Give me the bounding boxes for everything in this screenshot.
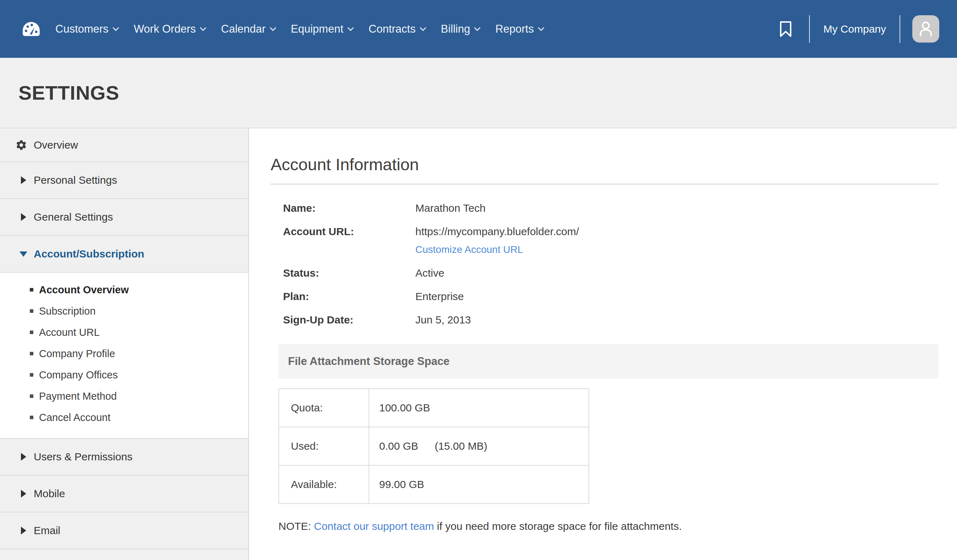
submenu-item-label: Cancel Account xyxy=(39,412,111,423)
storage-table: Quota: 100.00 GB Used: 0.00 GB (15.00 MB… xyxy=(278,388,589,504)
menu-label: Work Orders xyxy=(134,23,196,35)
submenu-item-label: Payment Method xyxy=(39,390,117,402)
menu-item-work-orders[interactable]: Work Orders xyxy=(134,23,205,35)
body-row: Overview Personal Settings General Setti… xyxy=(0,128,957,560)
support-team-link[interactable]: Contact our support team xyxy=(314,520,434,532)
menu-item-calendar[interactable]: Calendar xyxy=(221,23,275,35)
nav-right-group: My Company xyxy=(779,15,939,43)
menu-item-reports[interactable]: Reports xyxy=(495,23,543,35)
storage-section-title: File Attachment Storage Space xyxy=(288,355,449,368)
user-avatar-button[interactable] xyxy=(912,15,939,43)
submenu-item-subscription[interactable]: Subscription xyxy=(0,300,248,322)
field-row-plan: Plan: Enterprise xyxy=(283,290,938,303)
sidebar-item-personal-settings[interactable]: Personal Settings xyxy=(0,162,248,199)
menu-label: Contracts xyxy=(368,23,416,35)
page-title: SETTINGS xyxy=(19,81,119,104)
menu-label: Equipment xyxy=(291,23,343,35)
field-row-name: Name: Marathon Tech xyxy=(283,202,938,215)
menu-item-billing[interactable]: Billing xyxy=(441,23,480,35)
chevron-down-icon xyxy=(112,24,119,31)
table-cell-value: 100.00 GB xyxy=(369,389,589,427)
triangle-right-icon xyxy=(15,176,34,184)
menu-label: Reports xyxy=(495,23,534,35)
table-row-quota: Quota: 100.00 GB xyxy=(279,389,589,427)
bullet-icon xyxy=(30,373,33,377)
field-value: Enterprise xyxy=(415,290,464,303)
menu-item-equipment[interactable]: Equipment xyxy=(291,23,353,35)
sidebar-item-users-permissions[interactable]: Users & Permissions xyxy=(0,439,248,476)
submenu-item-account-url[interactable]: Account URL xyxy=(0,322,248,343)
main-menu: Customers Work Orders Calendar Equipment… xyxy=(55,23,559,35)
account-fields: Name: Marathon Tech Account URL: https:/… xyxy=(283,202,938,326)
table-cell-label: Available: xyxy=(279,465,369,503)
storage-note: NOTE: Contact our support team if you ne… xyxy=(278,520,938,532)
submenu-item-account-overview[interactable]: Account Overview xyxy=(0,279,248,300)
field-row-status: Status: Active xyxy=(283,267,938,279)
submenu-item-company-profile[interactable]: Company Profile xyxy=(0,343,248,364)
table-row-available: Available: 99.00 GB xyxy=(279,465,589,503)
account-subscription-submenu: Account Overview Subscription Account UR… xyxy=(0,273,248,439)
chevron-down-icon xyxy=(200,24,206,31)
triangle-right-icon xyxy=(15,213,34,221)
submenu-item-label: Company Profile xyxy=(39,348,115,360)
field-label: Plan: xyxy=(283,290,415,303)
field-value: Active xyxy=(415,267,444,279)
table-cell-value: 0.00 GB (15.00 MB) xyxy=(369,427,589,465)
menu-item-contracts[interactable]: Contracts xyxy=(368,23,425,35)
sidebar-item-email[interactable]: Email xyxy=(0,513,248,549)
triangle-down-icon xyxy=(15,251,34,257)
bullet-icon xyxy=(30,309,33,313)
sidebar-item-label: Personal Settings xyxy=(34,174,117,186)
bullet-icon xyxy=(30,352,33,355)
gear-icon xyxy=(15,139,34,151)
sidebar-item-label: Mobile xyxy=(34,487,65,500)
used-value-mb: (15.00 MB) xyxy=(434,440,487,452)
field-label: Name: xyxy=(283,202,415,215)
sidebar-item-label: Users & Permissions xyxy=(34,451,132,463)
submenu-item-label: Account Overview xyxy=(39,284,129,296)
bullet-icon xyxy=(30,416,33,419)
submenu-item-cancel-account[interactable]: Cancel Account xyxy=(0,407,248,428)
submenu-item-company-offices[interactable]: Company Offices xyxy=(0,364,248,385)
chevron-down-icon xyxy=(420,24,426,31)
field-value: https://mycompany.bluefolder.com/ xyxy=(415,225,579,238)
submenu-item-payment-method[interactable]: Payment Method xyxy=(0,385,248,407)
sidebar-item-mobile[interactable]: Mobile xyxy=(0,476,248,513)
submenu-item-label: Account URL xyxy=(39,327,99,338)
used-value: 0.00 GB xyxy=(379,440,418,452)
sidebar-item-account-subscription[interactable]: Account/Subscription xyxy=(0,236,248,273)
bookmark-icon[interactable] xyxy=(779,21,792,38)
sidebar-item-label: Account/Subscription xyxy=(34,248,144,260)
triangle-right-icon xyxy=(15,453,34,461)
sidebar-item-overview[interactable]: Overview xyxy=(0,128,248,162)
note-suffix: if you need more storage space for file … xyxy=(434,520,682,532)
table-cell-label: Quota: xyxy=(279,389,369,427)
field-label: Sign-Up Date: xyxy=(283,313,415,326)
top-nav: Customers Work Orders Calendar Equipment… xyxy=(0,0,957,58)
table-row-used: Used: 0.00 GB (15.00 MB) xyxy=(279,427,589,465)
table-cell-value: 99.00 GB xyxy=(369,465,589,503)
customize-account-url-link[interactable]: Customize Account URL xyxy=(415,243,523,256)
bluefolder-gauge-logo[interactable] xyxy=(22,21,40,37)
quota-value: 100.00 GB xyxy=(379,402,430,413)
chevron-down-icon xyxy=(474,24,481,31)
field-row-account-url: Account URL: https://mycompany.bluefolde… xyxy=(283,225,938,256)
triangle-right-icon xyxy=(15,527,34,535)
sidebar-item-general-settings[interactable]: General Settings xyxy=(0,199,248,236)
submenu-item-label: Subscription xyxy=(39,305,96,317)
section-title: Account Information xyxy=(271,155,938,175)
menu-label: Calendar xyxy=(221,23,266,35)
menu-item-customers[interactable]: Customers xyxy=(55,23,118,35)
company-menu[interactable]: My Company xyxy=(823,23,886,35)
field-row-signup-date: Sign-Up Date: Jun 5, 2013 xyxy=(283,313,938,326)
person-icon xyxy=(918,21,933,37)
sidebar-item-label: Overview xyxy=(34,139,78,151)
settings-sidebar: Overview Personal Settings General Setti… xyxy=(0,128,249,560)
storage-section-header: File Attachment Storage Space xyxy=(278,344,938,379)
sidebar-item-label: Email xyxy=(34,525,60,536)
table-cell-label: Used: xyxy=(279,427,369,465)
bullet-icon xyxy=(30,288,33,292)
content-panel: Account Information Name: Marathon Tech … xyxy=(249,128,957,560)
bullet-icon xyxy=(30,331,33,334)
title-divider xyxy=(271,184,938,185)
